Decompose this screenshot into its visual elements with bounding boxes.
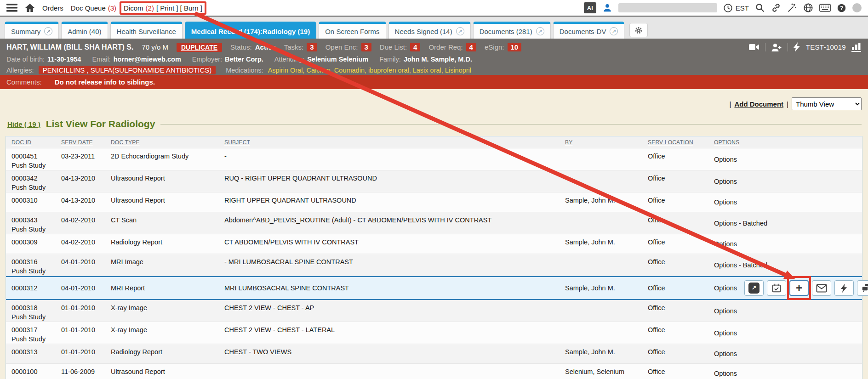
table-row[interactable]: 0000317 Push Study 01-01-2010 X-ray Imag… <box>6 322 862 344</box>
doc-id[interactable]: 0000318 <box>11 303 57 312</box>
patient-status-item[interactable]: Due List: 4 <box>380 43 421 51</box>
cell-doc-id: 0000318 Push Study <box>11 300 61 322</box>
chart-tab[interactable]: Admin (40) <box>61 22 108 39</box>
hide-link[interactable]: Hide ( 19 ) <box>7 120 40 128</box>
table-row[interactable]: 0000100 11-06-2009 Ultrasound Report Sel… <box>6 364 862 379</box>
table-row[interactable]: 0000318 Push Study 01-01-2010 X-ray Imag… <box>6 300 862 322</box>
options-link[interactable]: Options <box>714 155 737 164</box>
discussion-button[interactable] <box>857 280 868 296</box>
patient-status-item[interactable]: Status: Active <box>230 43 276 51</box>
options-link[interactable]: Options <box>714 328 737 338</box>
search-icon[interactable] <box>755 3 765 13</box>
options-link[interactable]: Options - Batched <box>714 260 767 270</box>
doc-sub-label[interactable]: Push Study <box>11 183 57 192</box>
patient-status-item[interactable]: Order Req: 4 <box>428 43 476 51</box>
doc-id[interactable]: 0000100 <box>11 367 57 376</box>
cell-serv-date: 04-01-2010 <box>61 283 111 293</box>
column-header-by[interactable]: BY <box>565 139 648 146</box>
doc-id[interactable]: 0000310 <box>11 196 57 205</box>
ai-badge[interactable]: AI <box>584 2 596 13</box>
globe-icon[interactable] <box>803 3 813 13</box>
topbar-menu-item[interactable]: Dicom (2) [ Print ] [ Burn ] <box>124 4 202 12</box>
patient-status-item[interactable]: Open Enc: 3 <box>326 43 371 51</box>
chart-tab[interactable]: Summary ↗ <box>5 22 59 39</box>
doc-id[interactable]: 0000451 <box>11 152 57 161</box>
popout-icon[interactable]: ↗ <box>44 27 52 35</box>
options-link[interactable]: Options <box>714 306 737 316</box>
keyboard-icon[interactable] <box>819 4 831 12</box>
quick-action-button[interactable] <box>834 280 854 296</box>
popout-icon[interactable]: ↗ <box>610 27 618 35</box>
options-link[interactable]: Options - Batched <box>714 219 767 228</box>
options-link[interactable]: Options <box>714 283 737 293</box>
patient-status-item[interactable]: eSign: 10 <box>485 43 521 51</box>
popout-icon[interactable]: ↗ <box>456 27 464 35</box>
email-button[interactable] <box>812 280 831 296</box>
doc-sub-label[interactable]: Push Study <box>11 266 57 276</box>
doc-id[interactable]: 0000313 <box>11 347 57 356</box>
lightning-icon[interactable] <box>794 42 800 52</box>
table-row[interactable]: 0000316 Push Study 04-01-2010 MRI Image … <box>6 254 862 276</box>
chart-tab[interactable]: Documents (281) ↗ <box>473 22 551 39</box>
doc-sub-label[interactable]: Push Study <box>11 161 57 170</box>
doc-sub-label[interactable]: Push Study <box>11 334 57 344</box>
topbar-menu-item[interactable]: Orders <box>42 4 63 12</box>
doc-id[interactable]: 0000309 <box>11 238 57 247</box>
medications-list[interactable]: Aspirin Oral, Calcium, Coumadin, ibuprof… <box>268 67 471 74</box>
open-external-button[interactable]: ↗ <box>744 280 764 296</box>
cell-by <box>565 254 648 276</box>
options-link[interactable]: Options <box>714 177 737 186</box>
patient-status-item[interactable]: Tasks: 3 <box>284 43 317 51</box>
column-header-subject[interactable]: SUBJECT <box>224 139 565 146</box>
user-icon[interactable] <box>602 3 612 13</box>
options-link[interactable]: Options <box>714 369 737 378</box>
table-row[interactable]: 0000309 04-02-2010 Radiology Report CT A… <box>6 234 862 254</box>
chart-tab[interactable]: Health Surveillance <box>110 22 183 39</box>
table-row[interactable]: 0000313 01-01-2010 Radiology Report CHES… <box>6 344 862 364</box>
link-icon[interactable] <box>771 3 781 13</box>
hamburger-menu-icon[interactable] <box>6 3 17 12</box>
doc-id[interactable]: 0000317 <box>11 325 57 334</box>
chart-tab[interactable]: On Screen Forms <box>319 22 386 39</box>
add-person-icon[interactable] <box>771 43 782 52</box>
table-row[interactable]: 0000312 04-01-2010 MRI Report MRI LUMBOS… <box>6 276 862 300</box>
options-link[interactable]: Options <box>714 239 737 249</box>
duplicate-badge[interactable]: DUPLICATE <box>177 43 222 52</box>
heading-rule <box>160 124 862 124</box>
options-link[interactable]: Options <box>714 349 737 358</box>
video-camera-icon[interactable] <box>748 43 760 51</box>
schedule-button[interactable] <box>767 280 786 296</box>
chart-tab[interactable]: Documents-DV ↗ <box>553 22 625 39</box>
popout-icon[interactable]: ↗ <box>536 27 544 35</box>
topbar-menu-item[interactable]: Doc Queue (3) <box>71 4 116 12</box>
column-header-doc-id[interactable]: DOC ID <box>11 139 61 146</box>
add-document-link[interactable]: Add Document <box>734 100 783 108</box>
column-header-doc-type[interactable]: DOC TYPE <box>111 139 224 146</box>
help-icon[interactable]: ? <box>837 3 846 13</box>
doc-id[interactable]: 0000343 <box>11 215 57 225</box>
view-mode-select[interactable]: Thumb View <box>792 97 862 110</box>
allergies-badge[interactable]: PENICILLINS , SULFA(SULFONAMIDE ANTIBIOT… <box>39 66 216 74</box>
column-header-options[interactable]: OPTIONS <box>714 139 862 146</box>
patient-age-sex: 70 y/o M <box>142 43 168 51</box>
doc-sub-label[interactable]: Push Study <box>11 225 57 234</box>
options-link[interactable]: Options <box>714 198 737 207</box>
chart-tab[interactable]: Medical Record (174):Radiology (19) <box>185 22 316 39</box>
doc-sub-label[interactable]: Push Study <box>11 312 57 322</box>
table-row[interactable]: 0000451 Push Study 03-23-2011 2D Echocar… <box>6 148 862 170</box>
table-row[interactable]: 0000342 Push Study 04-13-2010 Ultrasound… <box>6 170 862 192</box>
tab-settings-button[interactable] <box>629 23 648 37</box>
clock-icon[interactable] <box>723 3 733 13</box>
column-header-serv-date[interactable]: SERV DATE <box>61 139 111 146</box>
table-row[interactable]: 0000310 04-13-2010 Ultrasound Report RIG… <box>6 192 862 212</box>
column-header-serv-location[interactable]: SERV LOCATION <box>648 139 714 146</box>
chart-tab[interactable]: Needs Signed (14) ↗ <box>388 22 471 39</box>
add-button[interactable]: + <box>789 280 809 296</box>
flowsheet-chart-icon[interactable] <box>851 42 862 52</box>
doc-id[interactable]: 0000342 <box>11 174 57 183</box>
home-icon[interactable] <box>25 3 35 12</box>
table-row[interactable]: 0000343 Push Study 04-02-2010 CT Scan Ab… <box>6 212 862 234</box>
magic-wand-icon[interactable] <box>787 3 797 13</box>
doc-id[interactable]: 0000316 <box>11 257 57 266</box>
doc-id[interactable]: 0000312 <box>11 283 57 293</box>
